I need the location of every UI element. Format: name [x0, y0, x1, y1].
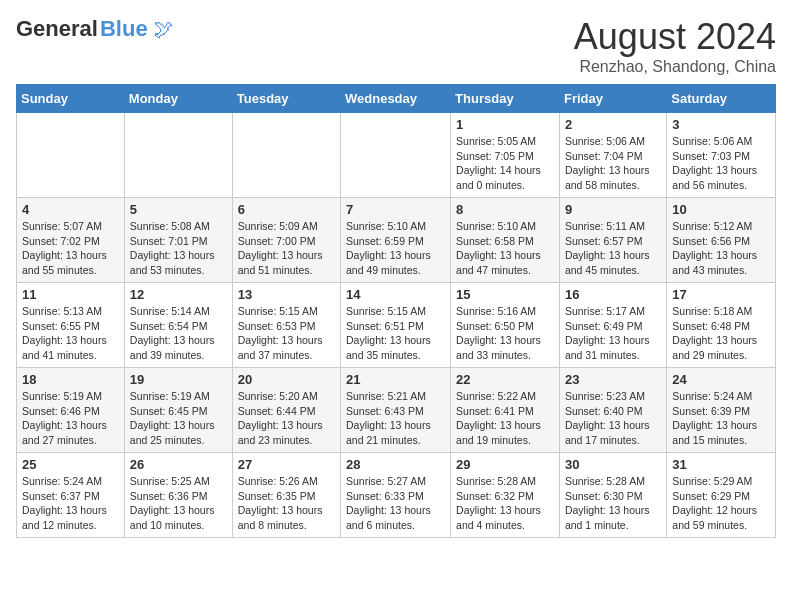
calendar-cell: 11Sunrise: 5:13 AM Sunset: 6:55 PM Dayli…	[17, 283, 125, 368]
title-area: August 2024 Renzhao, Shandong, China	[574, 16, 776, 76]
calendar-cell: 16Sunrise: 5:17 AM Sunset: 6:49 PM Dayli…	[559, 283, 666, 368]
day-number: 20	[238, 372, 335, 387]
calendar-cell	[124, 113, 232, 198]
day-number: 7	[346, 202, 445, 217]
day-info: Sunrise: 5:20 AM Sunset: 6:44 PM Dayligh…	[238, 389, 335, 448]
calendar-cell: 26Sunrise: 5:25 AM Sunset: 6:36 PM Dayli…	[124, 453, 232, 538]
header: General Blue 🕊 August 2024 Renzhao, Shan…	[16, 16, 776, 76]
calendar-table: SundayMondayTuesdayWednesdayThursdayFrid…	[16, 84, 776, 538]
day-number: 4	[22, 202, 119, 217]
calendar-cell: 27Sunrise: 5:26 AM Sunset: 6:35 PM Dayli…	[232, 453, 340, 538]
day-number: 27	[238, 457, 335, 472]
day-number: 2	[565, 117, 661, 132]
logo-bird-icon: 🕊	[154, 18, 174, 41]
day-number: 21	[346, 372, 445, 387]
day-number: 26	[130, 457, 227, 472]
week-row-3: 18Sunrise: 5:19 AM Sunset: 6:46 PM Dayli…	[17, 368, 776, 453]
logo-general-text: General	[16, 16, 98, 42]
calendar-cell: 1Sunrise: 5:05 AM Sunset: 7:05 PM Daylig…	[451, 113, 560, 198]
calendar-cell: 24Sunrise: 5:24 AM Sunset: 6:39 PM Dayli…	[667, 368, 776, 453]
day-number: 6	[238, 202, 335, 217]
day-number: 22	[456, 372, 554, 387]
day-info: Sunrise: 5:17 AM Sunset: 6:49 PM Dayligh…	[565, 304, 661, 363]
day-info: Sunrise: 5:11 AM Sunset: 6:57 PM Dayligh…	[565, 219, 661, 278]
day-info: Sunrise: 5:08 AM Sunset: 7:01 PM Dayligh…	[130, 219, 227, 278]
day-info: Sunrise: 5:15 AM Sunset: 6:51 PM Dayligh…	[346, 304, 445, 363]
day-info: Sunrise: 5:22 AM Sunset: 6:41 PM Dayligh…	[456, 389, 554, 448]
day-number: 31	[672, 457, 770, 472]
day-info: Sunrise: 5:29 AM Sunset: 6:29 PM Dayligh…	[672, 474, 770, 533]
day-number: 25	[22, 457, 119, 472]
day-info: Sunrise: 5:12 AM Sunset: 6:56 PM Dayligh…	[672, 219, 770, 278]
day-info: Sunrise: 5:25 AM Sunset: 6:36 PM Dayligh…	[130, 474, 227, 533]
day-info: Sunrise: 5:28 AM Sunset: 6:32 PM Dayligh…	[456, 474, 554, 533]
day-info: Sunrise: 5:28 AM Sunset: 6:30 PM Dayligh…	[565, 474, 661, 533]
day-info: Sunrise: 5:24 AM Sunset: 6:37 PM Dayligh…	[22, 474, 119, 533]
calendar-cell: 4Sunrise: 5:07 AM Sunset: 7:02 PM Daylig…	[17, 198, 125, 283]
calendar-cell: 22Sunrise: 5:22 AM Sunset: 6:41 PM Dayli…	[451, 368, 560, 453]
calendar-cell: 15Sunrise: 5:16 AM Sunset: 6:50 PM Dayli…	[451, 283, 560, 368]
day-number: 14	[346, 287, 445, 302]
calendar-cell: 29Sunrise: 5:28 AM Sunset: 6:32 PM Dayli…	[451, 453, 560, 538]
day-info: Sunrise: 5:24 AM Sunset: 6:39 PM Dayligh…	[672, 389, 770, 448]
day-info: Sunrise: 5:14 AM Sunset: 6:54 PM Dayligh…	[130, 304, 227, 363]
month-title: August 2024	[574, 16, 776, 58]
location: Renzhao, Shandong, China	[574, 58, 776, 76]
calendar-cell: 17Sunrise: 5:18 AM Sunset: 6:48 PM Dayli…	[667, 283, 776, 368]
day-info: Sunrise: 5:09 AM Sunset: 7:00 PM Dayligh…	[238, 219, 335, 278]
calendar-cell: 6Sunrise: 5:09 AM Sunset: 7:00 PM Daylig…	[232, 198, 340, 283]
weekday-header-wednesday: Wednesday	[341, 85, 451, 113]
calendar-cell: 23Sunrise: 5:23 AM Sunset: 6:40 PM Dayli…	[559, 368, 666, 453]
day-info: Sunrise: 5:07 AM Sunset: 7:02 PM Dayligh…	[22, 219, 119, 278]
calendar-cell: 8Sunrise: 5:10 AM Sunset: 6:58 PM Daylig…	[451, 198, 560, 283]
calendar-cell: 19Sunrise: 5:19 AM Sunset: 6:45 PM Dayli…	[124, 368, 232, 453]
day-number: 30	[565, 457, 661, 472]
day-info: Sunrise: 5:19 AM Sunset: 6:46 PM Dayligh…	[22, 389, 119, 448]
calendar-cell	[341, 113, 451, 198]
day-number: 10	[672, 202, 770, 217]
day-number: 15	[456, 287, 554, 302]
day-info: Sunrise: 5:06 AM Sunset: 7:03 PM Dayligh…	[672, 134, 770, 193]
day-info: Sunrise: 5:18 AM Sunset: 6:48 PM Dayligh…	[672, 304, 770, 363]
day-number: 17	[672, 287, 770, 302]
day-number: 11	[22, 287, 119, 302]
calendar-cell: 14Sunrise: 5:15 AM Sunset: 6:51 PM Dayli…	[341, 283, 451, 368]
day-info: Sunrise: 5:23 AM Sunset: 6:40 PM Dayligh…	[565, 389, 661, 448]
calendar-cell: 9Sunrise: 5:11 AM Sunset: 6:57 PM Daylig…	[559, 198, 666, 283]
calendar-cell: 2Sunrise: 5:06 AM Sunset: 7:04 PM Daylig…	[559, 113, 666, 198]
calendar-cell: 30Sunrise: 5:28 AM Sunset: 6:30 PM Dayli…	[559, 453, 666, 538]
day-info: Sunrise: 5:27 AM Sunset: 6:33 PM Dayligh…	[346, 474, 445, 533]
calendar-cell: 5Sunrise: 5:08 AM Sunset: 7:01 PM Daylig…	[124, 198, 232, 283]
day-number: 29	[456, 457, 554, 472]
weekday-header-sunday: Sunday	[17, 85, 125, 113]
day-number: 9	[565, 202, 661, 217]
day-number: 13	[238, 287, 335, 302]
calendar-cell: 25Sunrise: 5:24 AM Sunset: 6:37 PM Dayli…	[17, 453, 125, 538]
day-info: Sunrise: 5:21 AM Sunset: 6:43 PM Dayligh…	[346, 389, 445, 448]
day-number: 3	[672, 117, 770, 132]
weekday-header-row: SundayMondayTuesdayWednesdayThursdayFrid…	[17, 85, 776, 113]
logo-blue-text: Blue	[100, 16, 148, 42]
day-number: 18	[22, 372, 119, 387]
calendar-cell: 7Sunrise: 5:10 AM Sunset: 6:59 PM Daylig…	[341, 198, 451, 283]
weekday-header-thursday: Thursday	[451, 85, 560, 113]
calendar-cell: 20Sunrise: 5:20 AM Sunset: 6:44 PM Dayli…	[232, 368, 340, 453]
day-info: Sunrise: 5:13 AM Sunset: 6:55 PM Dayligh…	[22, 304, 119, 363]
day-info: Sunrise: 5:16 AM Sunset: 6:50 PM Dayligh…	[456, 304, 554, 363]
calendar-cell	[232, 113, 340, 198]
week-row-4: 25Sunrise: 5:24 AM Sunset: 6:37 PM Dayli…	[17, 453, 776, 538]
day-number: 1	[456, 117, 554, 132]
logo: General Blue 🕊	[16, 16, 174, 42]
day-number: 19	[130, 372, 227, 387]
day-info: Sunrise: 5:10 AM Sunset: 6:58 PM Dayligh…	[456, 219, 554, 278]
day-info: Sunrise: 5:06 AM Sunset: 7:04 PM Dayligh…	[565, 134, 661, 193]
calendar-cell	[17, 113, 125, 198]
day-info: Sunrise: 5:10 AM Sunset: 6:59 PM Dayligh…	[346, 219, 445, 278]
calendar-cell: 12Sunrise: 5:14 AM Sunset: 6:54 PM Dayli…	[124, 283, 232, 368]
day-number: 5	[130, 202, 227, 217]
day-number: 8	[456, 202, 554, 217]
day-info: Sunrise: 5:05 AM Sunset: 7:05 PM Dayligh…	[456, 134, 554, 193]
day-info: Sunrise: 5:26 AM Sunset: 6:35 PM Dayligh…	[238, 474, 335, 533]
day-number: 16	[565, 287, 661, 302]
weekday-header-monday: Monday	[124, 85, 232, 113]
